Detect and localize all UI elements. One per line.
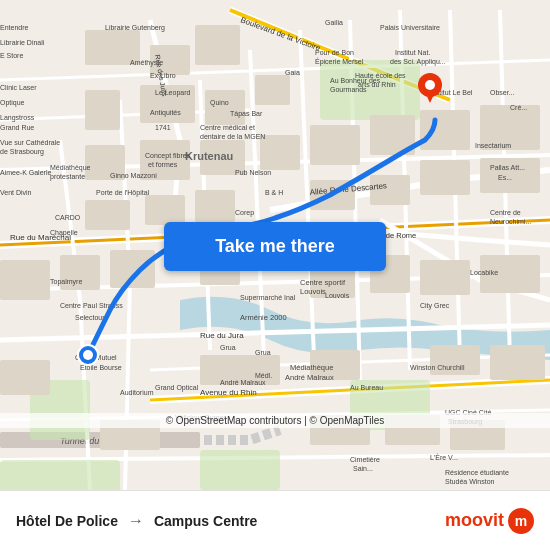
svg-text:André Malraux: André Malraux xyxy=(285,373,334,382)
svg-text:Au Bureau: Au Bureau xyxy=(350,384,383,391)
svg-text:Chapelle: Chapelle xyxy=(50,229,78,237)
svg-text:dentaire de la MGEN: dentaire de la MGEN xyxy=(200,133,265,140)
svg-rect-32 xyxy=(110,250,155,288)
svg-text:Quino: Quino xyxy=(210,99,229,107)
svg-text:protestante: protestante xyxy=(50,173,85,181)
route-arrow-icon: → xyxy=(128,512,144,530)
svg-text:des Sci. Appliqu...: des Sci. Appliqu... xyxy=(390,58,446,66)
moovit-text: moovit xyxy=(445,510,504,531)
svg-text:Aimee-K Galerle: Aimee-K Galerle xyxy=(0,169,51,176)
svg-text:et formes: et formes xyxy=(148,161,178,168)
svg-text:Neurochimi...: Neurochimi... xyxy=(490,218,531,225)
svg-text:de Strasbourg: de Strasbourg xyxy=(0,148,44,156)
svg-text:Rue du Jura: Rue du Jura xyxy=(200,331,244,340)
svg-rect-10 xyxy=(195,25,240,65)
svg-text:Sain...: Sain... xyxy=(353,465,373,472)
map-container: Tunnel du Heyritz xyxy=(0,0,550,490)
svg-text:Arménie 2000: Arménie 2000 xyxy=(240,313,287,322)
svg-text:Vue sur Cathédrale: Vue sur Cathédrale xyxy=(0,139,60,146)
svg-text:Médiathèque: Médiathèque xyxy=(50,164,91,172)
svg-rect-36 xyxy=(420,260,470,295)
svg-text:Améthyste: Améthyste xyxy=(130,59,163,67)
svg-text:Grand Rue: Grand Rue xyxy=(0,124,34,131)
origin-label: Hôtel De Police xyxy=(16,513,118,529)
svg-rect-28 xyxy=(420,160,470,195)
svg-text:Gaia: Gaia xyxy=(285,69,300,76)
svg-text:E Store: E Store xyxy=(0,52,23,59)
svg-text:Gailia: Gailia xyxy=(325,19,343,26)
svg-text:Avenue du Rhin: Avenue du Rhin xyxy=(200,388,257,397)
svg-text:Cré...: Cré... xyxy=(510,104,527,111)
svg-text:Auditorium: Auditorium xyxy=(120,389,154,396)
route-info: Hôtel De Police → Campus Centre xyxy=(16,512,257,530)
take-me-there-button[interactable]: Take me there xyxy=(164,222,386,271)
svg-rect-11 xyxy=(85,90,120,130)
svg-text:1741: 1741 xyxy=(155,124,171,131)
svg-rect-18 xyxy=(260,135,300,170)
svg-rect-19 xyxy=(310,125,360,165)
svg-text:B & H: B & H xyxy=(265,189,283,196)
svg-text:Studéa Winston: Studéa Winston xyxy=(445,478,495,485)
bottom-bar: Hôtel De Police → Campus Centre moovit m xyxy=(0,490,550,550)
svg-text:Librairie Gutenberg: Librairie Gutenberg xyxy=(105,24,165,32)
svg-point-138 xyxy=(425,80,435,90)
svg-text:Résidence étudiante: Résidence étudiante xyxy=(445,469,509,476)
svg-text:Corep: Corep xyxy=(235,209,254,217)
attribution-text: © OpenStreetMap contributors | © OpenMap… xyxy=(166,415,385,426)
svg-text:Supermarché Inal: Supermarché Inal xyxy=(240,294,296,302)
svg-text:Entendre: Entendre xyxy=(0,24,29,31)
svg-rect-38 xyxy=(0,360,50,395)
svg-text:City Grec: City Grec xyxy=(420,302,450,310)
svg-text:Cimetière: Cimetière xyxy=(350,456,380,463)
svg-rect-6 xyxy=(0,460,120,490)
svg-text:Concept fibres: Concept fibres xyxy=(145,152,191,160)
svg-text:Ginno Mazzoni: Ginno Mazzoni xyxy=(110,172,157,179)
svg-text:Louvois: Louvois xyxy=(325,292,350,299)
svg-text:Librairie Dinali: Librairie Dinali xyxy=(0,39,45,46)
svg-text:Insectarium: Insectarium xyxy=(475,142,511,149)
svg-text:Clinic Laser: Clinic Laser xyxy=(0,84,37,91)
svg-text:Haute école des: Haute école des xyxy=(355,72,406,79)
svg-text:Antiquités: Antiquités xyxy=(150,109,181,117)
svg-text:Langstross: Langstross xyxy=(0,114,35,122)
svg-text:Épicerie Mersel: Épicerie Mersel xyxy=(315,57,364,66)
svg-text:Optique: Optique xyxy=(0,99,25,107)
moovit-icon: m xyxy=(508,508,534,534)
svg-rect-7 xyxy=(200,450,280,490)
svg-text:Grua: Grua xyxy=(255,349,271,356)
svg-text:Winston Churchill: Winston Churchill xyxy=(410,364,465,371)
svg-text:Topalmyre: Topalmyre xyxy=(50,278,82,286)
svg-text:Ex Libro: Ex Libro xyxy=(150,72,176,79)
svg-text:Le Leopard: Le Leopard xyxy=(155,89,191,97)
svg-rect-30 xyxy=(0,260,50,300)
svg-text:Pub Nelson: Pub Nelson xyxy=(235,169,271,176)
svg-text:L'Ère V...: L'Ère V... xyxy=(430,453,458,461)
svg-text:Es...: Es... xyxy=(498,174,512,181)
svg-text:Palais Universitaire: Palais Universitaire xyxy=(380,24,440,31)
svg-rect-14 xyxy=(255,75,290,105)
svg-rect-24 xyxy=(145,195,185,225)
svg-rect-25 xyxy=(195,190,235,222)
svg-text:Centre médical et: Centre médical et xyxy=(200,124,255,131)
svg-text:Centre de: Centre de xyxy=(490,209,521,216)
svg-text:Selectour: Selectour xyxy=(75,314,105,321)
svg-rect-23 xyxy=(85,200,130,230)
svg-text:Grand Optical: Grand Optical xyxy=(155,384,199,392)
svg-text:Médl.: Médl. xyxy=(255,372,272,379)
svg-point-140 xyxy=(83,350,93,360)
map-attribution: © OpenStreetMap contributors | © OpenMap… xyxy=(0,413,550,428)
svg-text:Pallas Att...: Pallas Att... xyxy=(490,164,525,171)
svg-text:arts du Rhin: arts du Rhin xyxy=(358,81,396,88)
svg-text:Locabike: Locabike xyxy=(470,269,498,276)
svg-text:Porte de l'Hôpital: Porte de l'Hôpital xyxy=(96,189,150,197)
svg-text:André Malraux: André Malraux xyxy=(220,379,266,386)
svg-rect-42 xyxy=(490,345,545,380)
take-me-there-label: Take me there xyxy=(215,236,335,257)
svg-text:Vent Divin: Vent Divin xyxy=(0,189,32,196)
svg-text:Centre sportif: Centre sportif xyxy=(300,278,346,287)
svg-text:Obser...: Obser... xyxy=(490,89,515,96)
svg-rect-21 xyxy=(420,110,470,150)
svg-text:Pour de Bon: Pour de Bon xyxy=(315,49,354,56)
svg-text:Tápas Bar: Tápas Bar xyxy=(230,110,263,118)
svg-text:Institut Nat.: Institut Nat. xyxy=(395,49,430,56)
